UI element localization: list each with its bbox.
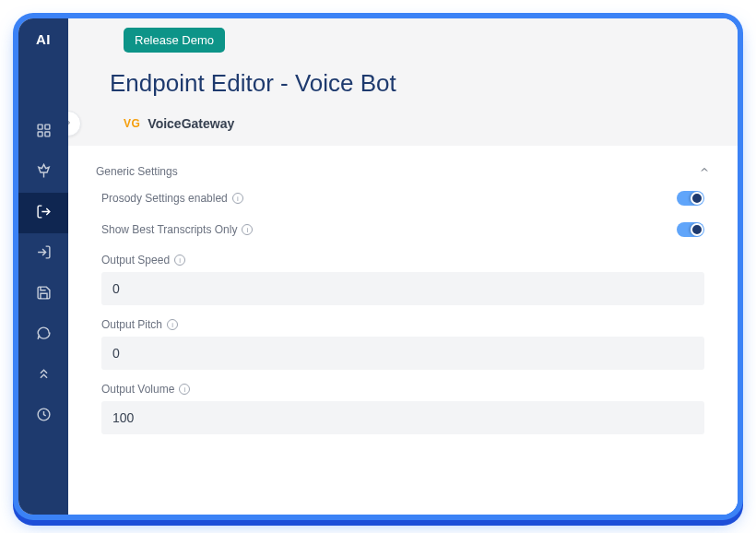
main-content: Release Demo Endpoint Editor - Voice Bot… — [68, 18, 738, 515]
output-speed-input[interactable] — [101, 272, 704, 305]
info-icon[interactable]: i — [242, 224, 253, 235]
sidebar-logo: AI — [36, 31, 51, 47]
output-volume-label: Output Volume — [101, 383, 174, 396]
output-speed-label: Output Speed — [101, 254, 170, 266]
output-pitch-label: Output Pitch — [101, 318, 162, 331]
page-title: Endpoint Editor - Voice Bot — [110, 69, 710, 98]
sidebar-item-chat[interactable] — [18, 314, 68, 355]
sidebar-item-pin[interactable] — [18, 152, 68, 193]
prosody-toggle-row: Prosody Settings enabled i — [101, 191, 704, 206]
panel-header[interactable]: Generic Settings — [92, 159, 714, 191]
vg-prefix-label: VG — [124, 117, 140, 130]
chevrons-up-icon — [36, 366, 52, 385]
pin-icon — [36, 163, 52, 183]
app-frame: AI — [18, 18, 738, 515]
transcripts-label-text: Show Best Transcripts Only — [101, 223, 237, 236]
transcripts-toggle-row: Show Best Transcripts Only i — [101, 222, 704, 237]
prosody-label: Prosody Settings enabled i — [101, 192, 243, 205]
settings-panel: Generic Settings Prosody Settings enable… — [68, 146, 738, 515]
info-icon[interactable]: i — [174, 255, 185, 266]
chat-icon — [36, 326, 52, 345]
sidebar-item-save[interactable] — [18, 274, 68, 314]
release-badge: Release Demo — [124, 28, 225, 53]
save-icon — [36, 285, 52, 304]
sidebar-item-dashboard[interactable] — [18, 112, 68, 152]
endpoint-subtitle: VG VoiceGateway — [124, 116, 710, 131]
prosody-label-text: Prosody Settings enabled — [101, 192, 228, 205]
vg-name-label: VoiceGateway — [148, 116, 234, 131]
sidebar-item-settings[interactable] — [18, 396, 68, 436]
sidebar-item-deploy[interactable] — [18, 355, 68, 396]
transcripts-label: Show Best Transcripts Only i — [101, 223, 253, 236]
svg-rect-0 — [38, 124, 42, 129]
output-volume-field: Output Volume i — [101, 383, 704, 434]
info-icon[interactable]: i — [179, 384, 190, 395]
logout-icon — [36, 204, 52, 223]
sidebar-item-export[interactable] — [18, 193, 68, 233]
sidebar: AI — [18, 18, 68, 515]
info-icon[interactable]: i — [167, 319, 178, 330]
svg-rect-1 — [44, 124, 49, 129]
sidebar-item-import[interactable] — [18, 233, 68, 274]
settings-body: Prosody Settings enabled i Show Best Tra… — [92, 191, 714, 434]
output-speed-field: Output Speed i — [101, 254, 704, 305]
svg-rect-2 — [38, 131, 42, 136]
info-icon[interactable]: i — [232, 193, 243, 204]
clock-icon — [36, 407, 52, 426]
output-volume-input[interactable] — [101, 401, 704, 434]
chevron-up-icon — [699, 164, 710, 178]
header: Release Demo Endpoint Editor - Voice Bot… — [68, 18, 738, 146]
output-pitch-field: Output Pitch i — [101, 318, 704, 370]
chevron-right-icon — [68, 115, 74, 132]
transcripts-toggle[interactable] — [677, 222, 704, 237]
svg-rect-3 — [44, 131, 49, 136]
grid-icon — [36, 123, 52, 142]
output-pitch-input[interactable] — [101, 337, 704, 370]
login-icon — [36, 244, 52, 264]
panel-heading: Generic Settings — [96, 165, 178, 178]
prosody-toggle[interactable] — [677, 191, 704, 206]
